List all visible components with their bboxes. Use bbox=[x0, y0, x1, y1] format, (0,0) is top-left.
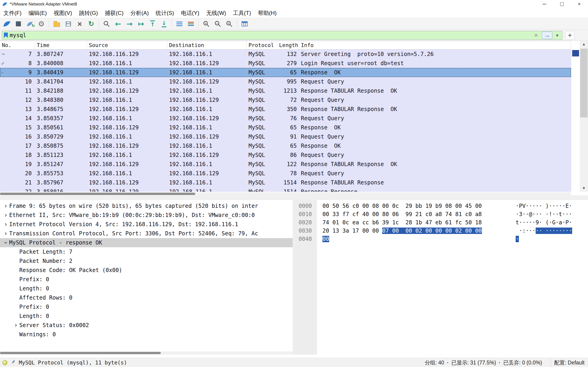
display-filter-field[interactable]: × → ▾ bbox=[2, 31, 562, 40]
colorize-packets-button[interactable] bbox=[186, 19, 196, 29]
auto-scroll-button[interactable] bbox=[174, 19, 184, 29]
menu-item-3[interactable]: 跳转(G) bbox=[76, 8, 102, 18]
column-header-time[interactable]: Time bbox=[35, 41, 87, 49]
packet-row[interactable]: 8✓3.840008192.168.116.1192.168.116.129My… bbox=[0, 59, 571, 68]
detail-row[interactable]: ›Frame 9: 65 bytes on wire (520 bits), 6… bbox=[0, 201, 293, 211]
hex-ascii[interactable]: · bbox=[516, 235, 519, 243]
detail-row[interactable]: Prefix: 0 bbox=[0, 275, 293, 284]
capture-options-button[interactable]: ⚙ bbox=[36, 19, 46, 29]
menu-item-4[interactable]: 捕获(C) bbox=[101, 8, 127, 18]
filter-bookmark-icon[interactable] bbox=[4, 33, 8, 38]
detail-row[interactable]: Packet Length: 7 bbox=[0, 247, 293, 257]
menu-item-8[interactable]: 无线(W) bbox=[203, 8, 230, 18]
go-back-button[interactable]: ← bbox=[113, 19, 123, 29]
packet-row[interactable]: 223.858016192.168.116.129192.168.116.1My… bbox=[0, 187, 571, 192]
packet-row[interactable]: 163.850729192.168.116.1192.168.116.129My… bbox=[0, 132, 571, 141]
restart-capture-button[interactable]: ↻ bbox=[25, 19, 35, 29]
menu-item-6[interactable]: 统计(S) bbox=[152, 8, 178, 18]
hex-ascii[interactable]: ·PV····· )·····E· bbox=[516, 202, 572, 210]
column-header-dst[interactable]: Destination bbox=[167, 41, 247, 49]
expand-arrow-icon[interactable]: › bbox=[12, 322, 19, 328]
packet-row[interactable]: 9–3.840419192.168.116.129192.168.116.1My… bbox=[0, 68, 571, 77]
hex-row[interactable]: 002074 01 0c ea cc b6 39 1c 28 1b 47 eb … bbox=[295, 218, 588, 227]
scroll-up-arrow-icon[interactable]: ▲ bbox=[580, 41, 588, 48]
hex-row[interactable]: 000000 50 56 c0 00 08 00 0c 29 bb 19 b9 … bbox=[295, 202, 588, 210]
packet-row[interactable]: 143.850357192.168.116.1192.168.116.129My… bbox=[0, 114, 571, 123]
packet-row[interactable]: 133.848675192.168.116.129192.168.116.1My… bbox=[0, 105, 571, 114]
filter-add-button[interactable]: + bbox=[565, 31, 575, 40]
packet-list-horizontal-scrollbar[interactable] bbox=[0, 192, 571, 195]
detail-row[interactable]: Warnings: 0 bbox=[0, 330, 293, 339]
go-to-packet-button[interactable]: ↦ bbox=[136, 19, 146, 29]
menu-item-10[interactable]: 帮助(H) bbox=[254, 8, 280, 18]
packet-row[interactable]: 203.855753192.168.116.1192.168.116.129My… bbox=[0, 169, 571, 178]
minimize-button[interactable] bbox=[536, 0, 553, 8]
reload-file-button[interactable]: ↻ bbox=[86, 19, 96, 29]
hex-row[interactable]: 003020 13 3a 17 00 00 07 00 00 02 00 00 … bbox=[295, 227, 588, 235]
expand-arrow-icon[interactable]: › bbox=[2, 203, 9, 209]
detail-row[interactable]: ›MySQL Protocol - response OK bbox=[0, 238, 293, 247]
packet-row[interactable]: 153.850561192.168.116.129192.168.116.1My… bbox=[0, 123, 571, 132]
detail-row[interactable]: ›Server Status: 0x0002 bbox=[0, 321, 293, 330]
hex-bytes[interactable]: 00 bbox=[322, 235, 329, 243]
packet-row[interactable]: 193.851247192.168.116.129192.168.116.1My… bbox=[0, 160, 571, 169]
column-header-info[interactable]: Info bbox=[299, 41, 571, 49]
bottom-pane-divider[interactable] bbox=[293, 200, 295, 355]
zoom-reset-button[interactable]: = bbox=[224, 19, 234, 29]
hex-bytes[interactable]: 00 33 f7 cf 40 00 80 06 99 21 c0 a8 74 8… bbox=[322, 210, 482, 218]
filter-dropdown-icon[interactable]: ▾ bbox=[554, 33, 560, 38]
go-to-top-button[interactable]: ↑ bbox=[147, 19, 157, 29]
column-header-proto[interactable]: Protocol bbox=[247, 41, 277, 49]
column-header-src[interactable]: Source bbox=[87, 41, 167, 49]
vertical-scrollbar-thumb[interactable] bbox=[580, 49, 588, 117]
packet-list-minimap[interactable] bbox=[571, 50, 580, 192]
menu-item-5[interactable]: 分析(A) bbox=[127, 8, 152, 18]
menu-item-9[interactable]: 工具(T) bbox=[229, 8, 254, 18]
expand-arrow-icon[interactable]: › bbox=[2, 230, 9, 237]
hex-ascii[interactable]: t·····9· (·G·a·P· bbox=[516, 218, 572, 227]
packet-row[interactable]: 123.848380192.168.116.1192.168.116.129My… bbox=[0, 95, 571, 105]
hex-bytes[interactable]: 74 01 0c ea cc b6 39 1c 28 1b 47 eb 61 f… bbox=[322, 218, 482, 227]
detail-row[interactable]: Length: 0 bbox=[0, 311, 293, 321]
detail-row[interactable]: Response Code: OK Packet (0x00) bbox=[0, 266, 293, 275]
horizontal-scrollbar-thumb[interactable] bbox=[0, 193, 195, 195]
capture-comment-icon[interactable] bbox=[10, 360, 16, 366]
filter-clear-icon[interactable]: × bbox=[532, 32, 540, 39]
scroll-down-arrow-icon[interactable]: ▼ bbox=[580, 185, 588, 192]
go-to-bottom-button[interactable]: ↓ bbox=[159, 19, 169, 29]
expert-info-icon[interactable] bbox=[2, 360, 7, 365]
filter-apply-button[interactable]: → bbox=[542, 32, 552, 39]
hex-bytes[interactable]: 00 50 56 c0 00 08 00 0c 29 bb 19 b9 08 0… bbox=[322, 202, 482, 210]
packet-row[interactable]: 103.841704192.168.116.1192.168.116.129My… bbox=[0, 77, 571, 86]
zoom-in-button[interactable]: + bbox=[201, 19, 211, 29]
detail-row[interactable]: ›Internet Protocol Version 4, Src: 192.1… bbox=[0, 220, 293, 229]
detail-row[interactable]: Affected Rows: 0 bbox=[0, 293, 293, 302]
expand-arrow-icon[interactable]: › bbox=[2, 221, 9, 227]
save-file-button[interactable] bbox=[63, 19, 73, 29]
details-scrollbar-thumb[interactable] bbox=[0, 352, 161, 354]
column-header-no[interactable]: No. bbox=[0, 41, 35, 49]
packet-row[interactable]: 7¬3.807247192.168.116.129192.168.116.1My… bbox=[0, 50, 571, 59]
start-capture-button[interactable] bbox=[2, 19, 12, 29]
menu-item-2[interactable]: 视图(V) bbox=[50, 8, 76, 18]
open-file-button[interactable] bbox=[52, 19, 62, 29]
packet-row[interactable]: 183.851123192.168.116.1192.168.116.129My… bbox=[0, 150, 571, 160]
hex-row[interactable]: 001000 33 f7 cf 40 00 80 06 99 21 c0 a8 … bbox=[295, 210, 588, 218]
menu-item-1[interactable]: 编辑(E) bbox=[25, 8, 50, 18]
resize-columns-button[interactable] bbox=[240, 19, 250, 29]
detail-row[interactable]: Prefix: 0 bbox=[0, 302, 293, 311]
hex-ascii[interactable]: ·3··@··· ·!··t··· bbox=[516, 210, 572, 218]
pane-splitter[interactable] bbox=[0, 195, 588, 200]
maximize-button[interactable] bbox=[553, 0, 571, 8]
column-header-len[interactable]: Length bbox=[277, 41, 299, 49]
packet-row[interactable]: 213.857967192.168.116.129192.168.116.1My… bbox=[0, 178, 571, 187]
zoom-out-button[interactable]: − bbox=[213, 19, 223, 29]
packet-row[interactable]: 113.842188192.168.116.129192.168.116.1My… bbox=[0, 86, 571, 95]
go-forward-button[interactable]: → bbox=[124, 19, 135, 29]
detail-row[interactable]: ›Transmission Control Protocol, Src Port… bbox=[0, 229, 293, 238]
close-button[interactable]: × bbox=[571, 0, 588, 8]
menu-item-7[interactable]: 电话(Y) bbox=[178, 8, 203, 18]
close-file-button[interactable]: × bbox=[75, 19, 85, 29]
hex-ascii[interactable]: ·:····· ········ bbox=[516, 227, 572, 235]
details-horizontal-scrollbar[interactable] bbox=[0, 351, 293, 355]
